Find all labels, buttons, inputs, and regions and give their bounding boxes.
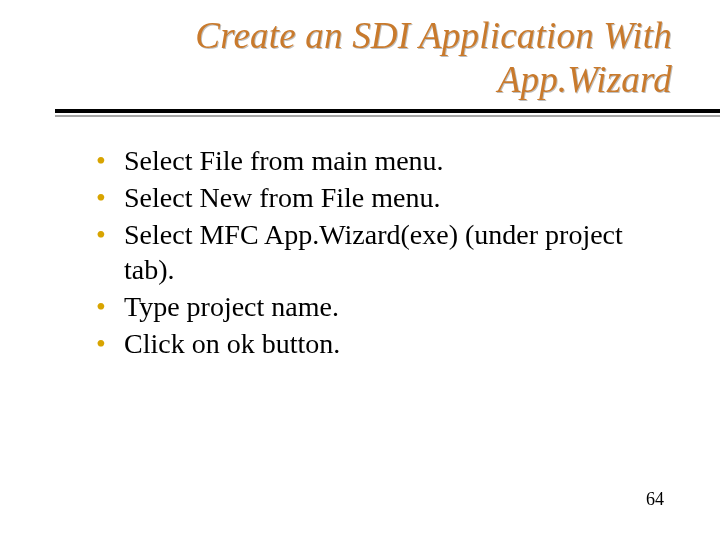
title-block: Create an SDI Application With App.Wizar… — [0, 0, 720, 101]
list-item: Click on ok button. — [96, 326, 660, 361]
bullet-text: Click on ok button. — [124, 328, 340, 359]
list-item: Type project name. — [96, 289, 660, 324]
list-item: Select File from main menu. — [96, 143, 660, 178]
slide-title: Create an SDI Application With App.Wizar… — [90, 14, 672, 101]
slide: Create an SDI Application With App.Wizar… — [0, 0, 720, 540]
bullet-list: Select File from main menu. Select New f… — [96, 143, 660, 361]
list-item: Select MFC App.Wizard(exe) (under projec… — [96, 217, 660, 287]
bullet-text: Select New from File menu. — [124, 182, 440, 213]
list-item: Select New from File menu. — [96, 180, 660, 215]
bullet-text: Select File from main menu. — [124, 145, 444, 176]
bullet-text: Select MFC App.Wizard(exe) (under projec… — [124, 219, 623, 285]
body: Select File from main menu. Select New f… — [0, 115, 720, 361]
title-line-1: Create an SDI Application With — [195, 15, 672, 56]
page-number: 64 — [646, 489, 664, 510]
title-line-2: App.Wizard — [498, 59, 672, 100]
bullet-text: Type project name. — [124, 291, 339, 322]
